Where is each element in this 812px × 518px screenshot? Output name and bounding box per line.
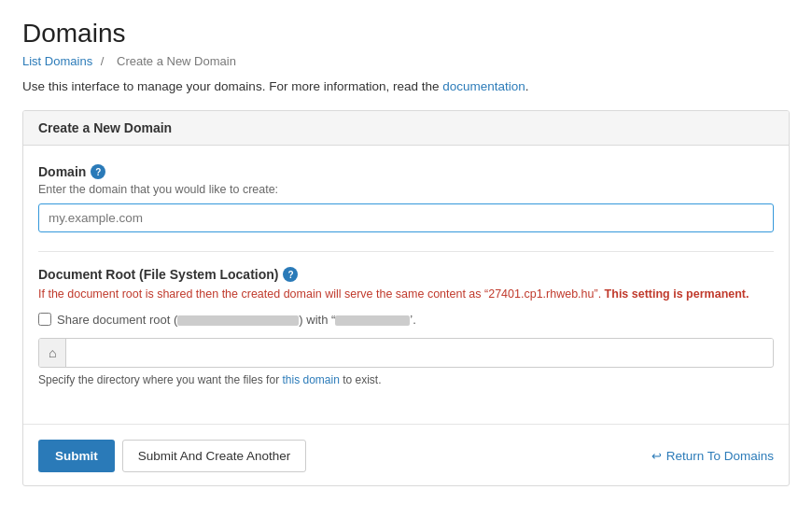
submit-and-create-button[interactable]: Submit And Create Another bbox=[122, 440, 307, 472]
page-description: Use this interface to manage your domain… bbox=[22, 79, 790, 93]
domain-help-icon[interactable]: ? bbox=[91, 164, 105, 179]
breadcrumb-list-domains[interactable]: List Domains bbox=[22, 54, 92, 68]
domain-hint: Enter the domain that you would like to … bbox=[38, 183, 774, 196]
redacted-path-2 bbox=[335, 315, 410, 326]
return-to-domains-button[interactable]: ↩ Return To Domains bbox=[651, 449, 774, 463]
directory-input[interactable] bbox=[66, 339, 773, 366]
domain-input[interactable] bbox=[38, 203, 774, 232]
submit-button[interactable]: Submit bbox=[38, 440, 115, 472]
domain-label: Domain ? bbox=[38, 164, 774, 179]
directory-input-row: ⌂ bbox=[38, 338, 774, 368]
docroot-warning: If the document root is shared then the … bbox=[38, 286, 774, 303]
share-label: Share document root () with “’. bbox=[57, 313, 416, 327]
page-title: Domains bbox=[22, 19, 790, 49]
docroot-label: Document Root (File System Location) ? bbox=[38, 267, 774, 282]
breadcrumb-current: Create a New Domain bbox=[117, 54, 236, 68]
share-docroot-row: Share document root () with “’. bbox=[38, 313, 774, 327]
breadcrumb-separator: / bbox=[101, 54, 105, 68]
card-header: Create a New Domain bbox=[23, 111, 789, 146]
directory-hint: Specify the directory where you want the… bbox=[38, 373, 774, 386]
footer-left-buttons: Submit Submit And Create Another bbox=[38, 440, 306, 472]
documentation-link[interactable]: documentation bbox=[442, 79, 525, 93]
share-docroot-checkbox[interactable] bbox=[38, 313, 51, 326]
create-domain-card: Create a New Domain Domain ? Enter the d… bbox=[22, 110, 790, 486]
footer-actions: Submit Submit And Create Another ↩ Retur… bbox=[23, 424, 789, 485]
breadcrumb: List Domains / Create a New Domain bbox=[22, 54, 790, 68]
home-icon: ⌂ bbox=[39, 339, 66, 367]
this-domain-link[interactable]: this domain bbox=[282, 373, 339, 386]
docroot-section: Document Root (File System Location) ? I… bbox=[38, 267, 774, 386]
divider bbox=[38, 251, 774, 252]
domain-section: Domain ? Enter the domain that you would… bbox=[38, 164, 774, 232]
docroot-help-icon[interactable]: ? bbox=[283, 267, 298, 282]
return-arrow-icon: ↩ bbox=[651, 449, 662, 463]
redacted-path-1 bbox=[177, 315, 299, 326]
card-body: Domain ? Enter the domain that you would… bbox=[23, 146, 789, 424]
